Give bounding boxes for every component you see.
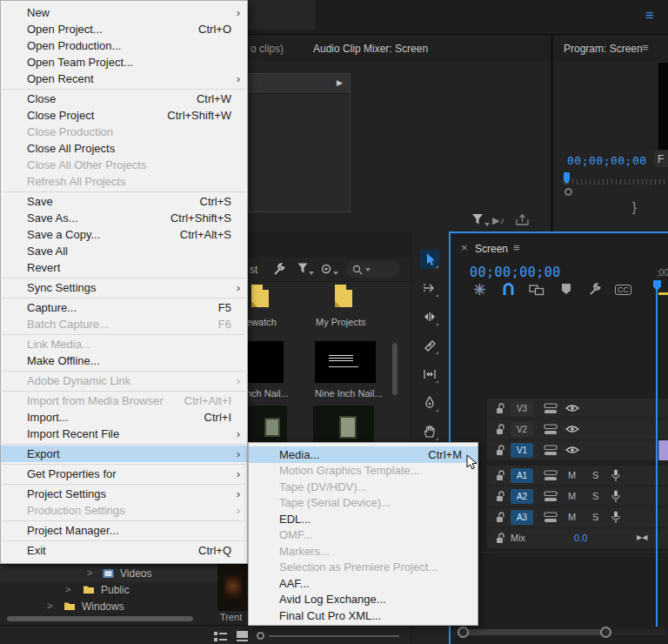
- source-patch-icon[interactable]: [544, 403, 558, 414]
- tab-audio-clip-mixer[interactable]: Audio Clip Mixer: Screen: [313, 43, 428, 55]
- menu-item[interactable]: Save All: [1, 243, 247, 259]
- nest-sequence-icon[interactable]: [473, 283, 486, 296]
- play-icon[interactable]: ▶: [337, 78, 343, 87]
- submenu-item[interactable]: Avid Log Exchange...: [249, 592, 478, 608]
- voiceover-mic-icon[interactable]: [611, 469, 620, 482]
- clip-label[interactable]: Nine Inch Nail...: [315, 388, 383, 399]
- zoom-slider-track[interactable]: [269, 635, 399, 637]
- timeline-playhead-line[interactable]: [656, 280, 658, 627]
- menu-item[interactable]: Open Recent ›: [1, 70, 247, 87]
- menu-item[interactable]: [3, 484, 245, 485]
- submenu-item[interactable]: Final Cut Pro XML...: [249, 607, 478, 624]
- add-marker-icon[interactable]: [561, 283, 571, 295]
- track-select-forward-tool[interactable]: [420, 278, 439, 298]
- menu-item[interactable]: Close All Projects: [1, 140, 247, 157]
- slip-tool[interactable]: [420, 365, 439, 384]
- mute-button[interactable]: M: [568, 470, 576, 480]
- menu-item[interactable]: Project Settings ›: [1, 486, 247, 502]
- bin-folder-icon[interactable]: [250, 284, 271, 308]
- menu-item[interactable]: [3, 391, 245, 392]
- solo-button[interactable]: S: [592, 491, 598, 501]
- voiceover-mic-icon[interactable]: [611, 490, 620, 503]
- submenu-item[interactable]: Motion Graphics Template...: [249, 463, 478, 480]
- list-view-icon[interactable]: [214, 632, 227, 641]
- menu-item[interactable]: Import Recent File ›: [1, 426, 247, 442]
- lock-icon[interactable]: [496, 533, 505, 544]
- submenu-item[interactable]: Tape (DV/HDV)...: [249, 479, 478, 495]
- timeline-settings-wrench-icon[interactable]: [588, 283, 601, 296]
- menu-item[interactable]: Open Project... Ctrl+O: [1, 21, 247, 37]
- tab-partial-left[interactable]: o clips): [250, 43, 284, 55]
- timeline-hscroll-thumb[interactable]: [463, 629, 604, 635]
- menu-item[interactable]: [3, 444, 245, 445]
- menu-item[interactable]: Close All Other Projects: [1, 157, 247, 173]
- track-label[interactable]: V2: [511, 422, 533, 437]
- hscroll-left-handle[interactable]: [458, 627, 469, 638]
- filter-bin-icon[interactable]: [321, 264, 332, 275]
- submenu-item[interactable]: AAF...: [249, 575, 478, 592]
- lock-icon[interactable]: [496, 403, 505, 414]
- tab-timeline-screen[interactable]: Screen: [475, 243, 508, 255]
- menu-item[interactable]: Close Production: [1, 124, 247, 140]
- linked-selection-icon[interactable]: [529, 285, 544, 296]
- source-patch-icon[interactable]: [544, 512, 558, 523]
- timeline-panel-menu-icon[interactable]: ≡: [513, 241, 520, 254]
- program-timecode[interactable]: 00;00;00;00: [567, 154, 647, 167]
- clip-thumbnail[interactable]: [247, 406, 287, 447]
- menu-item[interactable]: [3, 278, 245, 278]
- menu-item[interactable]: Import from Media Browser Ctrl+Alt+I: [1, 392, 247, 409]
- menu-item[interactable]: Make Offline...: [1, 352, 247, 369]
- play-audio-icon[interactable]: ▶♪: [492, 215, 504, 226]
- track-label[interactable]: V1: [511, 443, 533, 458]
- program-ruler[interactable]: [564, 179, 668, 184]
- track-visibility-eye-icon[interactable]: [565, 425, 579, 433]
- source-patch-icon[interactable]: [544, 424, 558, 435]
- menu-item[interactable]: Adobe Dynamic Link ›: [1, 372, 247, 389]
- menu-item[interactable]: Export ›: [1, 446, 247, 462]
- menu-item[interactable]: Save As... Ctrl+Shift+S: [1, 210, 247, 226]
- submenu-item[interactable]: Tape (Serial Device)...: [249, 495, 478, 512]
- source-patch-icon[interactable]: [544, 445, 558, 456]
- thumbnail-view-icon[interactable]: [237, 631, 250, 641]
- lock-icon[interactable]: [496, 491, 505, 502]
- fit-dropdown-partial[interactable]: F: [654, 151, 668, 167]
- menu-item[interactable]: Save a Copy... Ctrl+Alt+S: [1, 226, 247, 243]
- lock-icon[interactable]: [496, 470, 505, 481]
- submenu-item[interactable]: Markers...: [249, 543, 478, 560]
- clip-thumbnail[interactable]: [313, 406, 374, 447]
- tree-chevron-icon[interactable]: >: [65, 584, 70, 594]
- snap-magnet-icon[interactable]: [502, 282, 515, 296]
- clip-thumbnail[interactable]: [247, 341, 284, 383]
- solo-button[interactable]: S: [592, 470, 598, 480]
- submenu-item[interactable]: Media... Ctrl+M: [249, 446, 478, 463]
- submenu-item[interactable]: Selection as Premiere Project...: [249, 560, 478, 576]
- menu-item[interactable]: [3, 334, 245, 335]
- menu-item[interactable]: Capture... F5: [1, 299, 247, 316]
- menu-item[interactable]: New ›: [1, 4, 247, 21]
- filter-funnel-icon[interactable]: [471, 213, 484, 225]
- menu-item[interactable]: Close Project Ctrl+Shift+W: [1, 107, 247, 124]
- menu-item[interactable]: Close Ctrl+W: [1, 91, 247, 107]
- keyframe-bowtie-icon[interactable]: ▶◀: [637, 533, 647, 541]
- menu-item[interactable]: [3, 540, 245, 541]
- bin-label[interactable]: ewatch: [246, 317, 277, 327]
- menu-item[interactable]: [3, 191, 245, 192]
- track-visibility-eye-icon[interactable]: [565, 404, 579, 413]
- program-scrubber-handle[interactable]: [564, 188, 572, 196]
- program-panel-menu-icon[interactable]: ≡: [642, 41, 649, 54]
- clip-thumbnail[interactable]: [217, 564, 250, 611]
- search-input[interactable]: [346, 261, 400, 278]
- tree-chevron-icon[interactable]: >: [87, 567, 92, 578]
- solo-button[interactable]: S: [592, 512, 598, 522]
- menu-item[interactable]: [3, 371, 245, 372]
- tab-program-screen[interactable]: Program: Screen: [564, 43, 643, 55]
- clip-label[interactable]: nch Nail...: [246, 388, 289, 399]
- hand-tool[interactable]: [420, 422, 439, 441]
- menu-item[interactable]: Production Settings ›: [1, 502, 247, 519]
- export-frame-icon[interactable]: [516, 214, 529, 225]
- track-visibility-eye-icon[interactable]: [565, 446, 579, 454]
- razor-tool[interactable]: [420, 336, 439, 355]
- menu-item[interactable]: Save Ctrl+S: [1, 193, 247, 210]
- submenu-item[interactable]: OMF...: [249, 527, 478, 544]
- close-icon[interactable]: ×: [461, 241, 468, 254]
